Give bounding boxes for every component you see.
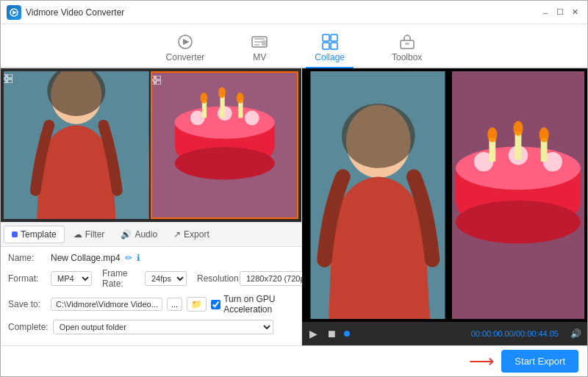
maximize-button[interactable]: ☐ (553, 6, 567, 19)
format-select[interactable]: MP4 AVI MOV MKV (51, 271, 92, 286)
svg-point-30 (200, 93, 207, 104)
title-bar: Vidmore Video Converter – ☐ ✕ (1, 1, 587, 24)
thumb1-preview (4, 71, 149, 219)
framerate-select[interactable]: 24fps 30fps 60fps (145, 271, 187, 286)
name-value: New Collage.mp4 (51, 253, 121, 263)
svg-point-31 (218, 87, 226, 98)
stop-button[interactable]: ⏹ (325, 328, 338, 340)
subtab-filter[interactable]: ☁ Filter (66, 226, 112, 243)
app-logo (7, 5, 21, 20)
video-area (1, 68, 301, 222)
filter-icon: ☁ (74, 229, 82, 240)
info-icon[interactable]: ℹ (137, 253, 140, 263)
preview-vid-1 (305, 71, 451, 319)
svg-rect-15 (4, 74, 6, 78)
svg-point-52 (487, 127, 497, 143)
svg-point-54 (539, 127, 549, 143)
preview-vid-2 (452, 71, 584, 319)
video-thumb-1[interactable] (4, 71, 149, 219)
collage-icon (322, 34, 338, 50)
arrow-icon: ⟶ (469, 351, 494, 372)
svg-point-26 (244, 111, 259, 126)
minimize-button[interactable]: – (539, 6, 552, 19)
complete-row: Complete: Open output folder Do nothing (8, 320, 294, 334)
subtab-export[interactable]: ↗ Export (166, 226, 217, 243)
subtab-template-label: Template (21, 229, 57, 240)
start-export-button[interactable]: Start Export (501, 350, 578, 373)
edit-icon[interactable]: ✏ (125, 253, 132, 263)
format-row: Format: MP4 AVI MOV MKV Frame Rate: 24fp… (8, 268, 294, 289)
bottom-bar: ⟶ Start Export (1, 345, 587, 376)
browse-dots-button[interactable]: ... (167, 298, 182, 311)
main-window: Vidmore Video Converter – ☐ ✕ Converter (0, 0, 588, 377)
window-controls: – ☐ ✕ (539, 6, 581, 19)
tab-toolbox-label: Toolbox (392, 52, 422, 62)
svg-marker-1 (12, 10, 17, 15)
tab-mv[interactable]: MV (243, 29, 276, 68)
mv-icon (251, 34, 268, 50)
subtab-filter-label: Filter (85, 229, 105, 240)
gpu-label-text: Turn on GPU Acceleration (223, 294, 294, 315)
svg-rect-18 (7, 79, 12, 83)
svg-point-53 (513, 121, 523, 136)
gpu-label[interactable]: Turn on GPU Acceleration (211, 294, 294, 315)
volume-icon[interactable]: 🔊 (570, 328, 581, 339)
subtab-audio-label: Audio (135, 229, 157, 240)
subtab-audio[interactable]: 🔊 Audio (113, 226, 165, 243)
svg-point-40 (342, 104, 415, 168)
template-icon (12, 231, 18, 237)
svg-point-23 (174, 147, 274, 179)
svg-rect-35 (151, 81, 154, 85)
framerate-label: Frame Rate: (102, 268, 140, 289)
folder-button[interactable]: 📁 (187, 297, 207, 312)
thumb2-preview (152, 73, 298, 218)
saveto-row: Save to: ... 📁 Turn on GPU Acceleration (8, 294, 294, 315)
saveto-label: Save to: (8, 299, 46, 309)
right-panel: ▶ ⏹ 00:00:00.00/00:00:44.05 🔊 (302, 68, 587, 345)
saveto-path-input[interactable] (51, 298, 162, 311)
gpu-checkbox[interactable] (211, 300, 220, 309)
time-total: 00:00:44.05 (516, 329, 559, 338)
time-current: 00:00:00.00 (471, 329, 514, 338)
svg-rect-6 (323, 35, 329, 41)
svg-marker-3 (183, 39, 190, 45)
svg-point-45 (456, 201, 581, 244)
svg-rect-34 (156, 76, 161, 79)
tab-toolbox[interactable]: Toolbox (383, 29, 431, 68)
subtab-export-label: Export (184, 229, 209, 240)
complete-select[interactable]: Open output folder Do nothing (53, 320, 273, 334)
thumb1-grid-icon (4, 74, 12, 85)
svg-rect-5 (262, 40, 266, 46)
main-content: Template ☁ Filter 🔊 Audio ↗ Export (1, 68, 587, 345)
tab-collage[interactable]: Collage (306, 29, 354, 68)
close-button[interactable]: ✕ (568, 6, 581, 19)
tab-collage-label: Collage (315, 52, 345, 62)
play-button[interactable]: ▶ (308, 328, 319, 340)
settings-panel: Name: New Collage.mp4 ✏ ℹ Format: MP4 AV… (1, 247, 301, 345)
format-label: Format: (8, 273, 46, 284)
svg-rect-8 (323, 43, 329, 49)
preview-area (302, 68, 587, 322)
preview-controls: ▶ ⏹ 00:00:00.00/00:00:44.05 🔊 (302, 322, 587, 345)
resolution-label: Resolution: (197, 273, 235, 284)
sub-tabs: Template ☁ Filter 🔊 Audio ↗ Export (1, 222, 301, 247)
svg-rect-33 (151, 76, 154, 79)
tab-converter[interactable]: Converter (157, 29, 214, 68)
audio-icon: 🔊 (121, 229, 132, 240)
video-thumb-2[interactable] (151, 71, 299, 219)
thumb2-grid-icon (151, 76, 161, 86)
svg-rect-36 (156, 81, 161, 85)
svg-rect-28 (220, 96, 224, 118)
name-row: Name: New Collage.mp4 ✏ ℹ (8, 253, 294, 263)
complete-label: Complete: (8, 322, 49, 332)
app-title: Vidmore Video Converter (26, 7, 539, 18)
toolbox-icon (399, 34, 415, 50)
progress-indicator (344, 331, 350, 337)
converter-icon (177, 34, 193, 50)
left-panel: Template ☁ Filter 🔊 Audio ↗ Export (1, 68, 302, 345)
name-label: Name: (8, 253, 46, 263)
subtab-template[interactable]: Template (4, 226, 65, 243)
svg-rect-16 (7, 74, 12, 78)
svg-rect-11 (405, 43, 409, 45)
svg-rect-7 (331, 35, 337, 41)
